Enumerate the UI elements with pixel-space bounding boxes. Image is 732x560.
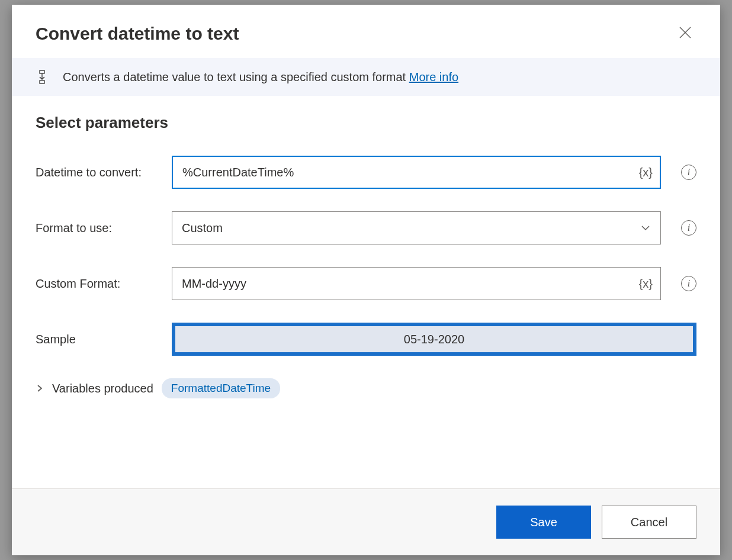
datetime-label: Datetime to convert: (36, 166, 160, 179)
dialog-footer: Save Cancel (12, 488, 720, 555)
format-select[interactable]: Custom (172, 211, 661, 244)
more-info-link[interactable]: More info (409, 70, 458, 83)
svg-rect-4 (40, 81, 44, 83)
format-control: Custom (172, 211, 661, 244)
field-custom-format: Custom Format: {x} i (36, 267, 696, 300)
chevron-down-icon (640, 223, 651, 233)
sample-value: 05-19-2020 (404, 333, 464, 346)
variables-produced-row[interactable]: Variables produced FormattedDateTime (36, 378, 696, 398)
sample-output: 05-19-2020 (172, 323, 696, 356)
field-datetime: Datetime to convert: {x} i (36, 156, 696, 189)
variable-chip[interactable]: FormattedDateTime (162, 378, 280, 398)
sample-control: 05-19-2020 (172, 323, 696, 356)
close-button[interactable] (674, 21, 696, 46)
cancel-button[interactable]: Cancel (602, 506, 696, 539)
info-banner: Converts a datetime value to text using … (12, 58, 720, 96)
info-icon[interactable]: i (681, 165, 696, 180)
format-value: Custom (182, 221, 223, 235)
chevron-right-icon (36, 384, 44, 392)
dialog-body: Select parameters Datetime to convert: {… (12, 96, 720, 488)
custom-format-input[interactable] (172, 267, 661, 300)
field-format: Format to use: Custom i (36, 211, 696, 244)
field-sample: Sample 05-19-2020 (36, 323, 696, 356)
sample-label: Sample (36, 333, 160, 346)
format-label: Format to use: (36, 221, 160, 235)
action-icon (36, 70, 49, 84)
datetime-input[interactable] (172, 156, 661, 189)
section-title: Select parameters (36, 114, 696, 132)
datetime-control: {x} (172, 156, 661, 189)
convert-datetime-dialog: Convert datetime to text Converts a date… (12, 5, 720, 555)
banner-text-wrap: Converts a datetime value to text using … (63, 70, 458, 84)
info-icon[interactable]: i (681, 276, 696, 291)
custom-format-control: {x} (172, 267, 661, 300)
save-button[interactable]: Save (496, 506, 591, 539)
custom-format-label: Custom Format: (36, 277, 160, 291)
banner-text: Converts a datetime value to text using … (63, 70, 409, 83)
variables-label: Variables produced (52, 382, 153, 395)
dialog-header: Convert datetime to text (12, 5, 720, 58)
close-icon (679, 26, 692, 39)
info-icon[interactable]: i (681, 220, 696, 236)
dialog-title: Convert datetime to text (36, 24, 239, 44)
svg-rect-2 (40, 70, 44, 73)
